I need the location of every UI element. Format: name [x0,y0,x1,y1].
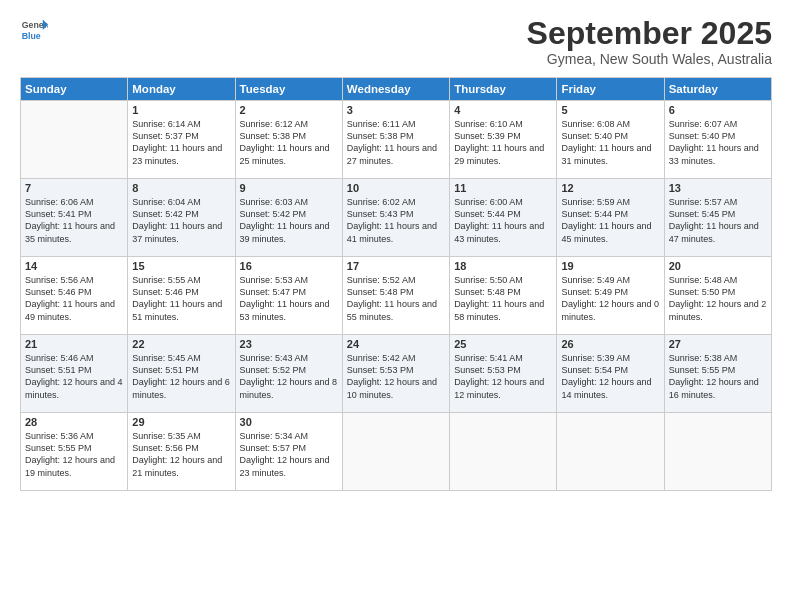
calendar-cell: 27Sunrise: 5:38 AMSunset: 5:55 PMDayligh… [664,335,771,413]
day-number: 7 [25,182,123,194]
weekday-header-saturday: Saturday [664,78,771,101]
day-info: Sunrise: 5:35 AMSunset: 5:56 PMDaylight:… [132,430,230,479]
day-number: 15 [132,260,230,272]
day-number: 19 [561,260,659,272]
day-number: 6 [669,104,767,116]
day-number: 12 [561,182,659,194]
day-info: Sunrise: 5:55 AMSunset: 5:46 PMDaylight:… [132,274,230,323]
day-info: Sunrise: 5:41 AMSunset: 5:53 PMDaylight:… [454,352,552,401]
calendar-cell: 17Sunrise: 5:52 AMSunset: 5:48 PMDayligh… [342,257,449,335]
day-number: 26 [561,338,659,350]
day-number: 23 [240,338,338,350]
day-number: 24 [347,338,445,350]
calendar-cell [21,101,128,179]
calendar-cell [450,413,557,491]
day-info: Sunrise: 6:06 AMSunset: 5:41 PMDaylight:… [25,196,123,245]
day-number: 16 [240,260,338,272]
day-info: Sunrise: 6:04 AMSunset: 5:42 PMDaylight:… [132,196,230,245]
day-number: 2 [240,104,338,116]
calendar-cell: 23Sunrise: 5:43 AMSunset: 5:52 PMDayligh… [235,335,342,413]
calendar-week-row: 7Sunrise: 6:06 AMSunset: 5:41 PMDaylight… [21,179,772,257]
day-info: Sunrise: 5:38 AMSunset: 5:55 PMDaylight:… [669,352,767,401]
calendar-cell: 20Sunrise: 5:48 AMSunset: 5:50 PMDayligh… [664,257,771,335]
day-info: Sunrise: 5:52 AMSunset: 5:48 PMDaylight:… [347,274,445,323]
calendar-cell: 21Sunrise: 5:46 AMSunset: 5:51 PMDayligh… [21,335,128,413]
day-info: Sunrise: 5:36 AMSunset: 5:55 PMDaylight:… [25,430,123,479]
logo-icon: General Blue [20,16,48,44]
weekday-header-wednesday: Wednesday [342,78,449,101]
header: General Blue September 2025 Gymea, New S… [20,16,772,67]
day-info: Sunrise: 6:03 AMSunset: 5:42 PMDaylight:… [240,196,338,245]
day-number: 11 [454,182,552,194]
day-info: Sunrise: 5:59 AMSunset: 5:44 PMDaylight:… [561,196,659,245]
calendar-cell [342,413,449,491]
calendar-cell: 29Sunrise: 5:35 AMSunset: 5:56 PMDayligh… [128,413,235,491]
calendar-cell: 16Sunrise: 5:53 AMSunset: 5:47 PMDayligh… [235,257,342,335]
calendar-cell: 19Sunrise: 5:49 AMSunset: 5:49 PMDayligh… [557,257,664,335]
day-number: 27 [669,338,767,350]
calendar-cell: 12Sunrise: 5:59 AMSunset: 5:44 PMDayligh… [557,179,664,257]
day-number: 18 [454,260,552,272]
calendar-week-row: 14Sunrise: 5:56 AMSunset: 5:46 PMDayligh… [21,257,772,335]
day-number: 13 [669,182,767,194]
calendar-cell: 5Sunrise: 6:08 AMSunset: 5:40 PMDaylight… [557,101,664,179]
day-number: 8 [132,182,230,194]
day-info: Sunrise: 5:57 AMSunset: 5:45 PMDaylight:… [669,196,767,245]
day-number: 5 [561,104,659,116]
day-number: 14 [25,260,123,272]
day-info: Sunrise: 6:11 AMSunset: 5:38 PMDaylight:… [347,118,445,167]
calendar-week-row: 28Sunrise: 5:36 AMSunset: 5:55 PMDayligh… [21,413,772,491]
calendar-cell: 8Sunrise: 6:04 AMSunset: 5:42 PMDaylight… [128,179,235,257]
day-number: 29 [132,416,230,428]
calendar-table: SundayMondayTuesdayWednesdayThursdayFrid… [20,77,772,491]
weekday-header-tuesday: Tuesday [235,78,342,101]
calendar-cell: 15Sunrise: 5:55 AMSunset: 5:46 PMDayligh… [128,257,235,335]
day-number: 30 [240,416,338,428]
calendar-cell: 25Sunrise: 5:41 AMSunset: 5:53 PMDayligh… [450,335,557,413]
day-number: 21 [25,338,123,350]
day-info: Sunrise: 6:00 AMSunset: 5:44 PMDaylight:… [454,196,552,245]
location: Gymea, New South Wales, Australia [527,51,772,67]
day-info: Sunrise: 6:08 AMSunset: 5:40 PMDaylight:… [561,118,659,167]
day-info: Sunrise: 5:56 AMSunset: 5:46 PMDaylight:… [25,274,123,323]
day-info: Sunrise: 5:48 AMSunset: 5:50 PMDaylight:… [669,274,767,323]
calendar-cell: 1Sunrise: 6:14 AMSunset: 5:37 PMDaylight… [128,101,235,179]
day-number: 3 [347,104,445,116]
calendar-cell [664,413,771,491]
day-number: 28 [25,416,123,428]
calendar-cell: 7Sunrise: 6:06 AMSunset: 5:41 PMDaylight… [21,179,128,257]
svg-text:Blue: Blue [22,31,41,41]
calendar-cell: 10Sunrise: 6:02 AMSunset: 5:43 PMDayligh… [342,179,449,257]
calendar-cell: 18Sunrise: 5:50 AMSunset: 5:48 PMDayligh… [450,257,557,335]
page: General Blue September 2025 Gymea, New S… [0,0,792,612]
calendar-cell: 22Sunrise: 5:45 AMSunset: 5:51 PMDayligh… [128,335,235,413]
day-info: Sunrise: 6:14 AMSunset: 5:37 PMDaylight:… [132,118,230,167]
day-info: Sunrise: 5:46 AMSunset: 5:51 PMDaylight:… [25,352,123,401]
month-title: September 2025 [527,16,772,51]
day-info: Sunrise: 6:07 AMSunset: 5:40 PMDaylight:… [669,118,767,167]
day-number: 10 [347,182,445,194]
day-info: Sunrise: 5:42 AMSunset: 5:53 PMDaylight:… [347,352,445,401]
title-area: September 2025 Gymea, New South Wales, A… [527,16,772,67]
calendar-cell: 14Sunrise: 5:56 AMSunset: 5:46 PMDayligh… [21,257,128,335]
day-info: Sunrise: 5:34 AMSunset: 5:57 PMDaylight:… [240,430,338,479]
day-number: 4 [454,104,552,116]
day-number: 17 [347,260,445,272]
weekday-header-row: SundayMondayTuesdayWednesdayThursdayFrid… [21,78,772,101]
day-info: Sunrise: 6:12 AMSunset: 5:38 PMDaylight:… [240,118,338,167]
calendar-week-row: 21Sunrise: 5:46 AMSunset: 5:51 PMDayligh… [21,335,772,413]
weekday-header-thursday: Thursday [450,78,557,101]
day-info: Sunrise: 6:02 AMSunset: 5:43 PMDaylight:… [347,196,445,245]
calendar-cell: 9Sunrise: 6:03 AMSunset: 5:42 PMDaylight… [235,179,342,257]
day-number: 9 [240,182,338,194]
calendar-cell: 3Sunrise: 6:11 AMSunset: 5:38 PMDaylight… [342,101,449,179]
calendar-cell: 2Sunrise: 6:12 AMSunset: 5:38 PMDaylight… [235,101,342,179]
calendar-cell: 13Sunrise: 5:57 AMSunset: 5:45 PMDayligh… [664,179,771,257]
weekday-header-sunday: Sunday [21,78,128,101]
day-info: Sunrise: 5:45 AMSunset: 5:51 PMDaylight:… [132,352,230,401]
calendar-cell: 30Sunrise: 5:34 AMSunset: 5:57 PMDayligh… [235,413,342,491]
day-info: Sunrise: 6:10 AMSunset: 5:39 PMDaylight:… [454,118,552,167]
weekday-header-monday: Monday [128,78,235,101]
weekday-header-friday: Friday [557,78,664,101]
day-info: Sunrise: 5:43 AMSunset: 5:52 PMDaylight:… [240,352,338,401]
